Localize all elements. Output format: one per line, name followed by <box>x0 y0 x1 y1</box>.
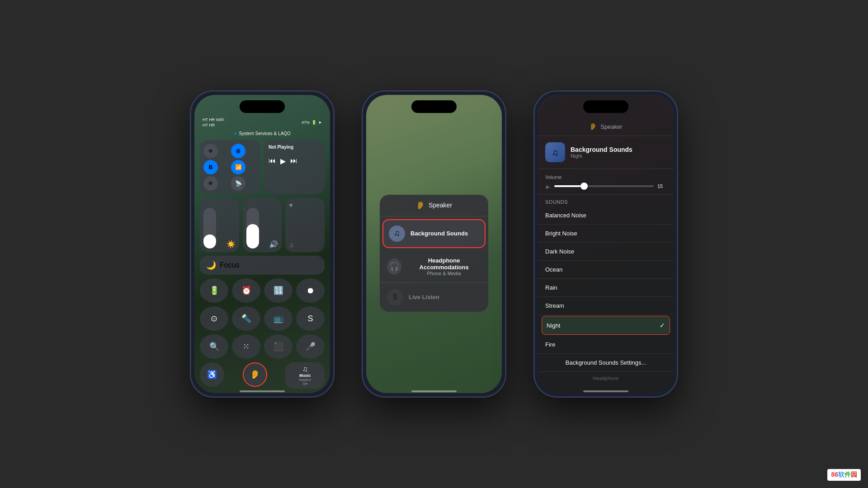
volume-fill <box>554 185 584 187</box>
music-label: Music <box>299 373 311 378</box>
np-title: Not Playing <box>269 145 320 150</box>
battery-icon: 🔋 <box>311 120 316 125</box>
settings-label: Background Sounds Settings... <box>566 359 646 366</box>
dark-noise-label: Dark Noise <box>545 248 574 255</box>
play-btn[interactable]: ▶ <box>280 157 286 165</box>
extra-controls: ♥ ♫ <box>285 198 325 252</box>
volume-track[interactable]: 🔈 15 <box>545 183 666 189</box>
record-btn[interactable]: ⏺ <box>296 278 325 303</box>
sound-item-bright[interactable]: Bright Noise <box>538 225 674 243</box>
shazam-btn[interactable]: S <box>296 306 325 331</box>
bright-noise-label: Bright Noise <box>545 230 577 237</box>
hearing-btn[interactable]: 👂 <box>243 362 267 387</box>
watermark: 86软件园 <box>827 469 861 481</box>
airdrop-btn[interactable]: 📡 <box>231 176 245 191</box>
sounds-speaker-label: Speaker <box>600 123 622 130</box>
bluetooth-btn[interactable]: B <box>203 160 218 174</box>
volume-knob[interactable] <box>580 183 588 190</box>
brightness-slider[interactable]: ☀️ <box>200 198 239 252</box>
rain-label: Rain <box>545 284 557 291</box>
headphone-text: Headphone Accommodations Phone & Media <box>407 257 481 276</box>
sounds-album-art: ♫ <box>545 142 565 162</box>
haptics-state: Off <box>302 382 307 386</box>
wm-86: 86 <box>831 471 838 478</box>
sounds-panel: 👂 Speaker ♫ Background Sounds Night Volu… <box>538 95 674 393</box>
location-icon: ➤ <box>318 120 322 125</box>
live-listen-title: Live Listen <box>409 294 439 300</box>
music-icon: ♫ <box>302 365 308 373</box>
wm-yuan: 件 <box>844 471 851 478</box>
speaker-header: 👂 Speaker <box>380 195 488 216</box>
speaker-ear-icon: 👂 <box>416 201 425 210</box>
volume-min-icon: 🔈 <box>545 184 551 189</box>
fire-label: Fire <box>545 341 555 348</box>
airplane-mode-btn[interactable]: ✈ <box>203 144 218 158</box>
footer-hint: Headphone <box>538 372 674 385</box>
bg-sounds-settings[interactable]: Background Sounds Settings... <box>538 354 674 372</box>
live-listen-text: Live Listen <box>409 294 439 300</box>
stream-label: Stream <box>545 302 564 309</box>
volume-icon: 🔊 <box>269 240 278 249</box>
headphone-acc-item[interactable]: 🎧 Headphone Accommodations Phone & Media <box>380 251 488 283</box>
cellular-btn[interactable]: 📶 <box>231 160 245 174</box>
night-label: Night <box>547 322 560 329</box>
volume-section: Volume 🔈 15 <box>538 169 674 195</box>
sound-item-night[interactable]: Night ✓ <box>542 316 670 335</box>
sound-item-stream[interactable]: Stream <box>538 297 674 315</box>
dots-btn[interactable]: ⁙ <box>232 334 260 359</box>
bg-sounds-text: Background Sounds <box>410 230 468 237</box>
invert-btn[interactable]: ⊙ <box>200 306 228 331</box>
sound-item-dark[interactable]: Dark Noise <box>538 243 674 261</box>
sounds-np-text: Background Sounds Night <box>571 146 632 159</box>
location-dot: ● <box>234 130 237 136</box>
next-btn[interactable]: ⏭ <box>290 157 297 165</box>
system-services-label: System Services & LAQO <box>239 131 290 136</box>
sounds-speaker-header: 👂 Speaker <box>538 117 674 136</box>
volume-bar <box>554 185 654 187</box>
eye-btn[interactable]: 👁 <box>203 176 218 191</box>
prev-btn[interactable]: ⏮ <box>269 157 276 165</box>
alarm-btn[interactable]: ⏰ <box>232 278 260 303</box>
battery-btn[interactable]: 🔋 <box>200 278 228 303</box>
now-playing-module: Not Playing ⏮ ▶ ⏭ <box>264 140 325 194</box>
screenshot-btn[interactable]: ⬛ <box>264 334 292 359</box>
wifi-btn[interactable]: ⊕ <box>231 144 245 158</box>
moon-icon: 🌙 <box>206 260 216 270</box>
sound-item-balanced[interactable]: Balanced Noise <box>538 206 674 225</box>
magnifier-btn[interactable]: 🔍 <box>200 334 228 359</box>
flashlight-btn[interactable]: 🔦 <box>232 306 260 331</box>
battery-info: 47% 🔋 ➤ <box>302 120 322 125</box>
sound-rec-btn[interactable]: 🎤 <box>296 334 325 359</box>
night-checkmark: ✓ <box>660 322 665 329</box>
dynamic-island-1 <box>240 100 285 113</box>
home-bar-1 <box>240 390 285 392</box>
sound-item-ocean[interactable]: Ocean <box>538 261 674 279</box>
ocean-label: Ocean <box>545 266 562 273</box>
volume-slider[interactable]: 🔊 <box>243 198 282 252</box>
phone-3: 👂 Speaker ♫ Background Sounds Night Volu… <box>533 90 678 398</box>
brightness-icon: ☀️ <box>226 240 236 249</box>
dynamic-island-3 <box>583 100 628 113</box>
np-controls: ⏮ ▶ ⏭ <box>269 157 320 165</box>
home-bar-2 <box>411 390 457 392</box>
background-sounds-item[interactable]: ♫ Background Sounds <box>382 219 486 248</box>
volume-label: Volume <box>545 174 666 180</box>
home-bar-3 <box>583 390 628 392</box>
phone-2: 👂 Speaker ♫ Background Sounds 🎧 Headphon… <box>362 90 506 398</box>
battery-pct: 47% <box>302 120 310 125</box>
sounds-section-label: Sounds <box>538 195 674 206</box>
wm-rest: 园 <box>851 471 857 478</box>
sound-item-fire[interactable]: Fire <box>538 336 674 354</box>
remote-btn[interactable]: 📺 <box>264 306 292 331</box>
music-haptics-btn[interactable]: ♫ Music Haptics Off <box>285 362 325 389</box>
sounds-ear-icon: 👂 <box>589 123 597 130</box>
accessibility-btn[interactable]: ♿ <box>200 362 224 387</box>
focus-btn[interactable]: 🌙 Focus <box>200 256 325 275</box>
bg-sounds-title: Background Sounds <box>410 230 468 237</box>
system-services-banner: ● System Services & LAQO <box>194 130 330 136</box>
calculator-btn[interactable]: 🔢 <box>264 278 292 303</box>
sounds-np-title: Background Sounds <box>571 146 632 153</box>
sound-item-rain[interactable]: Rain <box>538 279 674 297</box>
music-note-icon: ♫ <box>289 241 321 249</box>
volume-value: 15 <box>657 183 666 189</box>
